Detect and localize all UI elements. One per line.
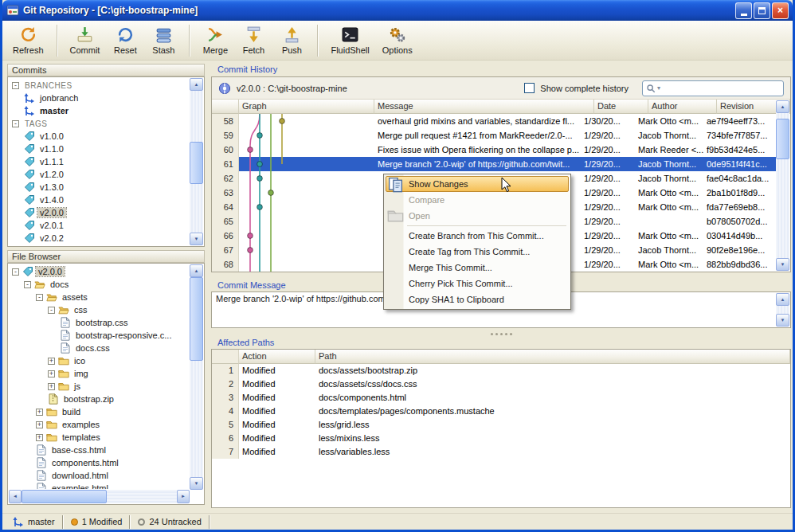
menu-item-merge-this-commit[interactable]: Merge This Commit... [386,260,569,276]
commit-row-59[interactable]: 59Merge pull request #1421 from MarkReed… [212,128,777,143]
tree-item-master[interactable]: master [10,104,189,117]
toolbar-stash-button[interactable]: Stash [145,22,182,59]
scroll-track[interactable] [776,306,789,314]
toolbar-commit-button[interactable]: Commit [65,22,106,59]
menu-item-compare[interactable]: Compare [386,192,569,208]
affected-path-row-1[interactable]: 1Modifieddocs/assets/bootstrap.zip [212,364,790,377]
scroll-down-icon[interactable]: ▼ [190,233,203,245]
scroll-track[interactable] [22,490,177,503]
tree-item-v1-3-0[interactable]: v1.3.0 [10,181,189,194]
tree-item-v1-1-0[interactable]: v1.1.0 [10,143,189,155]
column-header-rownum[interactable] [212,350,239,364]
scroll-right-icon[interactable]: ► [177,490,190,503]
column-header-author[interactable]: Author [648,100,717,114]
affected-path-row-3[interactable]: 3Modifieddocs/components.html [212,391,790,405]
toolbar-push-button[interactable]: Push [273,22,310,59]
scroll-up-icon[interactable]: ▲ [190,78,203,91]
tree-item-v2-0-0[interactable]: -v2.0.0 [10,265,189,278]
scroll-track[interactable] [190,91,203,233]
search-box[interactable]: ▾ [642,80,784,96]
commit-message-scrollbar[interactable]: ▲ ▼ [776,293,789,327]
menu-item-create-tag-from-this-commit[interactable]: Create Tag from This Commit... [386,244,569,260]
close-button[interactable]: × [772,2,789,19]
scroll-track[interactable] [776,113,789,258]
affected-path-row-5[interactable]: 5Modifiedless/grid.less [212,418,790,432]
tree-item-bootstrap-css[interactable]: bootstrap.css [10,316,189,329]
commit-row-60[interactable]: 60Fixes issue with Opera flickering on t… [212,143,777,157]
scroll-up-icon[interactable]: ▲ [776,100,789,113]
tree-item-examples-html[interactable]: examples.html [10,482,189,489]
tree-item-branches[interactable]: -BRANCHES [10,79,189,92]
tree-item-v1-4-0[interactable]: v1.4.0 [10,194,189,206]
tree-item-v1-2-0[interactable]: v1.2.0 [10,168,189,181]
toolbar-merge-button[interactable]: Merge [197,22,233,59]
tree-item-assets[interactable]: -assets [10,291,189,303]
tree-item-tags[interactable]: -TAGS [10,117,189,130]
menu-item-cherry-pick-this-commit[interactable]: Cherry Pick This Commit... [386,276,569,291]
tree-item-components-html[interactable]: components.html [10,456,189,469]
affected-path-row-7[interactable]: 7Modifiedless/variables.less [212,445,790,459]
collapse-icon[interactable]: - [48,307,55,314]
file-browser-hscrollbar[interactable]: ◄ ► [9,490,190,503]
scroll-up-icon[interactable]: ▲ [190,264,203,277]
affected-path-row-2[interactable]: 2Modifieddocs/assets/css/docs.css [212,377,790,391]
expand-icon[interactable]: + [36,421,43,428]
collapse-icon[interactable]: - [12,120,19,127]
expand-icon[interactable]: + [48,370,55,377]
commits-scrollbar[interactable]: ▲ ▼ [190,78,203,245]
column-header-path[interactable]: Path [315,350,790,364]
collapse-icon[interactable]: - [24,281,31,288]
tree-item-jonbranch[interactable]: jonbranch [10,92,189,104]
tree-item-js[interactable]: +js [10,380,189,393]
tree-item-v2-0-0[interactable]: v2.0.0 [10,206,189,219]
scroll-down-icon[interactable]: ▼ [776,258,789,271]
affected-path-row-4[interactable]: 4Modifieddocs/templates/pages/components… [212,405,790,418]
scroll-down-icon[interactable]: ▼ [776,314,789,327]
file-browser-vscrollbar[interactable]: ▲ ▼ [190,264,203,490]
scroll-left-icon[interactable]: ◄ [9,490,22,503]
scroll-thumb[interactable] [776,119,789,159]
column-header-rownum[interactable] [212,100,239,114]
splitter-message-paths[interactable] [211,331,791,337]
maximize-button[interactable] [754,2,770,19]
titlebar[interactable]: Git Repository - [C:\git-boostrap-mine] … [2,0,793,21]
scroll-thumb[interactable] [190,142,203,184]
collapse-icon[interactable]: - [36,294,43,301]
scroll-thumb[interactable] [22,490,107,503]
history-column-headers[interactable]: GraphMessageDateAuthorRevision [212,100,790,114]
commit-row-61[interactable]: 61Merge branch '2.0-wip' of https://gith… [212,157,777,171]
toolbar-fetch-button[interactable]: Fetch [235,22,272,59]
search-dropdown-icon[interactable]: ▾ [657,84,660,92]
expand-icon[interactable]: + [48,358,55,365]
tree-item-docs[interactable]: -docs [10,278,189,291]
tree-item-v2-0-2[interactable]: v2.0.2 [10,232,189,244]
toolbar-refresh-button[interactable]: Refresh [7,22,49,59]
minimize-button[interactable] [735,2,752,19]
column-header-message[interactable]: Message [374,100,594,114]
tree-item-bootstrap-zip[interactable]: bootstrap.zip [10,393,189,405]
tree-item-base-css-html[interactable]: base-css.html [10,444,189,456]
scroll-track[interactable] [190,277,203,477]
menu-item-copy-sha1-to-clipboard[interactable]: Copy SHA1 to Clipboard [386,291,569,307]
tree-item-bootstrap-responsive-c[interactable]: bootstrap-responsive.c... [10,329,189,342]
history-scrollbar[interactable]: ▲ ▼ [776,100,789,271]
tree-item-download-html[interactable]: download.html [10,469,189,482]
scroll-up-icon[interactable]: ▲ [776,293,789,306]
tree-item-v1-0-0[interactable]: v1.0.0 [10,130,189,143]
toolbar-reset-button[interactable]: Reset [107,22,143,59]
menu-item-create-branch-from-this-commit[interactable]: Create Branch from This Commit... [386,228,569,244]
commit-row-58[interactable]: 58overhaul grid mixins and variables, st… [212,114,777,128]
tree-item-img[interactable]: +img [10,367,189,380]
collapse-icon[interactable]: - [12,268,19,276]
tree-item-examples[interactable]: +examples [10,418,189,431]
scroll-down-icon[interactable]: ▼ [190,477,203,490]
toolbar-options-button[interactable]: Options [377,22,418,59]
column-header-action[interactable]: Action [239,350,315,364]
tree-item-css[interactable]: -css [10,303,189,316]
tree-item-build[interactable]: +build [10,405,189,418]
collapse-icon[interactable]: - [12,82,19,89]
tree-item-v1-1-1[interactable]: v1.1.1 [10,155,189,168]
expand-icon[interactable]: + [36,434,43,441]
search-input[interactable] [662,84,780,93]
expand-icon[interactable]: + [48,383,55,390]
